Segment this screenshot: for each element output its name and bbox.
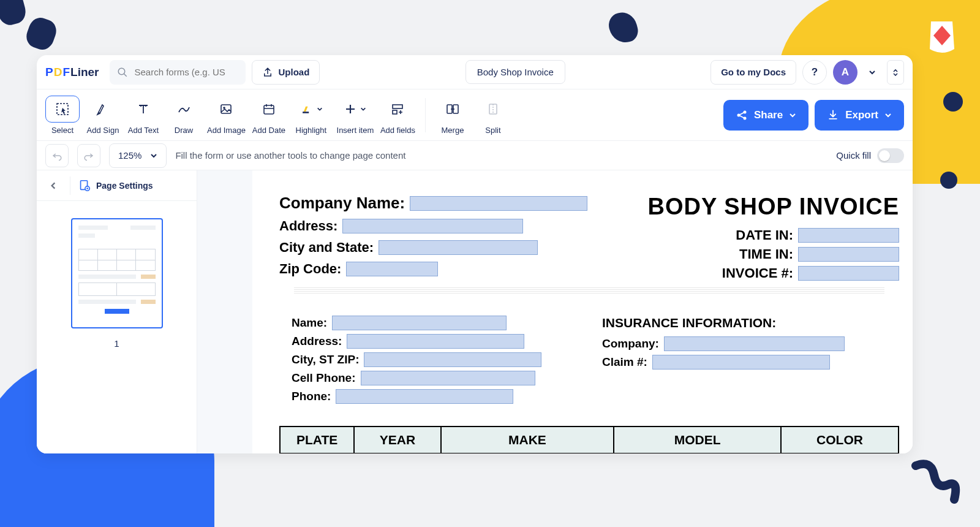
svg-line-20 [740, 115, 744, 117]
divider [294, 287, 884, 294]
tool-add-text[interactable]: Add Text [126, 96, 160, 135]
quickfill-label: Quick fill [836, 150, 871, 161]
vehicle-table: PLATE YEAR MAKE MODEL COLOR [279, 426, 899, 453]
topbar: PDFLiner Upload Body Shop Invoice Go to … [37, 55, 913, 89]
address-label: Address: [279, 218, 337, 234]
svg-line-1 [124, 74, 127, 77]
customer-phone-field[interactable] [336, 389, 513, 404]
toolbar: Select Add Sign Add Text Draw Add Image … [37, 89, 913, 141]
app-logo[interactable]: PDFLiner [45, 66, 99, 79]
tool-add-sign[interactable]: Add Sign [86, 96, 120, 135]
table-header: COLOR [781, 427, 899, 453]
upload-label: Upload [278, 67, 309, 77]
upload-icon [262, 67, 273, 78]
tool-add-date[interactable]: Add Date [252, 96, 286, 135]
table-header: YEAR [354, 427, 440, 453]
time-in-field[interactable] [798, 247, 899, 262]
goto-docs-button[interactable]: Go to my Docs [710, 60, 796, 85]
tool-highlight[interactable]: Highlight [292, 96, 330, 135]
claim-label: Claim #: [602, 355, 647, 369]
decorative-squiggle [907, 457, 962, 509]
table-header: PLATE [280, 427, 354, 453]
share-icon [736, 109, 748, 121]
more-button[interactable] [887, 60, 904, 85]
page-thumbnail[interactable] [71, 218, 163, 328]
account-menu-chevron[interactable] [864, 60, 881, 85]
date-in-field[interactable] [798, 228, 899, 243]
canvas[interactable]: Company Name: Address: City and State: Z… [197, 170, 913, 453]
invoice-no-label: INVOICE #: [707, 265, 793, 281]
date-in-label: DATE IN: [707, 227, 793, 243]
hint-text: Fill the form or use another tools to ch… [175, 150, 405, 161]
company-name-field[interactable] [410, 196, 587, 211]
customer-name-label: Name: [292, 316, 327, 330]
sidebar: Page Settings 1 [37, 170, 197, 453]
zip-label: Zip Code: [279, 261, 341, 277]
upload-button[interactable]: Upload [252, 60, 320, 85]
zip-field[interactable] [346, 262, 438, 276]
search-input[interactable] [134, 67, 238, 77]
redo-button[interactable] [77, 144, 100, 167]
customer-address-field[interactable] [347, 334, 524, 349]
customer-name-field[interactable] [332, 316, 507, 330]
table-header: MODEL [614, 427, 781, 453]
tool-merge[interactable]: Merge [435, 96, 470, 135]
tool-add-fields[interactable]: Add fields [380, 96, 415, 135]
svg-rect-11 [393, 110, 397, 114]
insurance-company-label: Company: [602, 337, 659, 351]
zoom-select[interactable]: 125% [109, 143, 167, 168]
chevron-down-icon [789, 112, 796, 119]
svg-rect-3 [221, 105, 231, 113]
customer-cell-label: Cell Phone: [292, 371, 356, 385]
customer-city-field[interactable] [364, 352, 541, 367]
customer-address-label: Address: [292, 335, 342, 348]
insurance-company-field[interactable] [664, 336, 845, 351]
table-header: MAKE [441, 427, 614, 453]
export-button[interactable]: Export [815, 100, 904, 131]
undo-button[interactable] [45, 144, 69, 167]
svg-point-23 [86, 188, 88, 189]
tool-split[interactable]: Split [476, 96, 510, 135]
document-title[interactable]: Body Shop Invoice [466, 60, 565, 84]
quickfill-toggle[interactable] [877, 148, 904, 163]
search-icon [117, 67, 128, 78]
app-window: PDFLiner Upload Body Shop Invoice Go to … [37, 55, 913, 453]
claim-field[interactable] [652, 355, 830, 370]
search-box[interactable] [110, 60, 246, 85]
customer-city-label: City, ST ZIP: [292, 353, 359, 366]
svg-rect-9 [303, 112, 309, 113]
document-page: Company Name: Address: City and State: Z… [252, 170, 913, 453]
chevron-down-icon [150, 152, 157, 159]
tool-add-image[interactable]: Add Image [207, 96, 246, 135]
invoice-title: BODY SHOP INVOICE [648, 194, 899, 220]
customer-phone-label: Phone: [292, 390, 331, 403]
avatar[interactable]: A [833, 60, 858, 85]
city-state-label: City and State: [279, 240, 374, 256]
sidebar-collapse-button[interactable] [44, 176, 62, 195]
address-field[interactable] [342, 219, 523, 233]
customer-cell-field[interactable] [361, 371, 535, 385]
chevron-down-icon [884, 112, 892, 119]
time-in-label: TIME IN: [707, 246, 793, 262]
page-settings-button[interactable]: Page Settings [78, 179, 153, 192]
company-name-label: Company Name: [279, 194, 405, 213]
svg-rect-10 [393, 105, 402, 108]
tool-select[interactable]: Select [45, 96, 80, 135]
page-settings-icon [78, 179, 91, 192]
city-state-field[interactable] [379, 240, 538, 255]
download-icon [827, 109, 839, 121]
tool-insert-item[interactable]: Insert item [336, 96, 374, 135]
insurance-section-title: INSURANCE INFORMATION: [602, 316, 887, 330]
brand-mark-icon [925, 18, 959, 55]
share-button[interactable]: Share [723, 100, 809, 131]
help-button[interactable]: ? [802, 60, 827, 85]
thumbnail-number: 1 [48, 338, 186, 349]
svg-line-19 [740, 112, 744, 114]
sub-toolbar: 125% Fill the form or use another tools … [37, 141, 913, 170]
tool-draw[interactable]: Draw [167, 96, 201, 135]
invoice-no-field[interactable] [798, 266, 899, 281]
svg-rect-5 [264, 105, 274, 114]
svg-point-0 [119, 68, 126, 75]
